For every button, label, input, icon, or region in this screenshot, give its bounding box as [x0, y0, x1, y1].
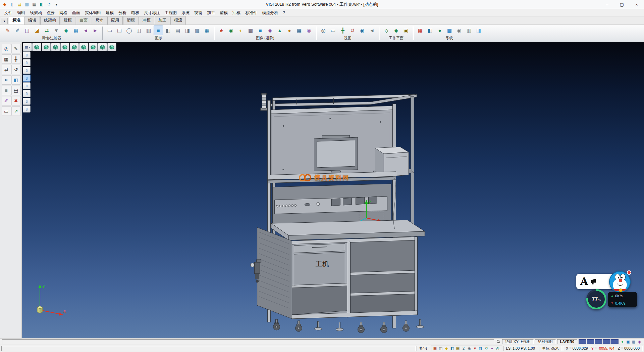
menu-item-6[interactable]: 实体编辑 — [83, 9, 103, 16]
view-left-icon[interactable] — [60, 43, 69, 51]
menu-item-2[interactable]: 线架构 — [28, 9, 44, 16]
tab-overflow-button[interactable]: ▾ — [1, 18, 8, 24]
attributes-swap-icon[interactable]: ⇄ — [42, 26, 51, 35]
zoom-in-icon[interactable]: ◎ — [319, 26, 328, 35]
edit-point-icon[interactable]: ✎ — [11, 44, 21, 53]
system-target-icon[interactable]: ◉ — [454, 26, 464, 35]
view-dynamic-icon[interactable] — [107, 43, 116, 51]
doraemon-avatar[interactable] — [609, 271, 631, 293]
menu-item-8[interactable]: 分析 — [116, 9, 129, 16]
network-speed-panel[interactable]: ▲ 0K/s ▼ 0.4K/s — [608, 292, 637, 307]
grid-snap-icon[interactable]: ▦ — [433, 346, 438, 351]
entity-snap-icon[interactable]: ◆ — [444, 346, 449, 351]
menu-item-19[interactable]: ? — [280, 10, 287, 16]
view-axon-icon[interactable] — [98, 43, 107, 51]
attributes-copy-icon[interactable]: ◫ — [22, 26, 32, 35]
filter-prev-icon[interactable]: ◄ — [81, 26, 90, 35]
materials-icon[interactable]: ◉ — [226, 26, 236, 35]
desktop-overlay-widget[interactable]: A 77 — [576, 271, 638, 313]
lights-icon[interactable]: ◐ — [236, 26, 246, 35]
viewport-3d[interactable]: ▦▾ ▯▯▯▯▯▯▯▯ — [22, 42, 644, 338]
qat-dropdown-icon[interactable]: ▾ — [53, 1, 60, 8]
menu-item-18[interactable]: 模流分析 — [260, 9, 280, 16]
silhouette-icon[interactable]: ◨ — [183, 26, 192, 35]
active-layer-indicator[interactable]: LAYER0 — [557, 339, 577, 344]
display-toggle-5[interactable]: ▯ — [23, 82, 31, 89]
move-icon[interactable]: ⇄ — [2, 65, 11, 74]
curve-icon[interactable]: ≈ — [2, 75, 11, 85]
menu-item-7[interactable]: 建模 — [103, 9, 116, 16]
export-icon[interactable]: ↗ — [11, 106, 21, 116]
units-indicator[interactable]: 单位: 毫米 — [539, 346, 562, 351]
menu-item-14[interactable]: 加工 — [205, 9, 217, 16]
menu-item-11[interactable]: 工程图 — [162, 9, 179, 16]
tab-4[interactable]: 曲面 — [76, 16, 91, 25]
render-quality-icon[interactable]: ★ — [217, 26, 226, 35]
menu-item-4[interactable]: 网格 — [57, 9, 70, 16]
layer-status-icon[interactable]: ▤ — [455, 346, 461, 351]
display-toggle-1[interactable]: ▯ — [23, 51, 31, 58]
view-back-icon[interactable] — [51, 43, 60, 51]
shaded-mode-icon[interactable]: ◯ — [124, 26, 134, 35]
display-toggle-8[interactable]: ▯ — [23, 105, 31, 113]
dynamic-shade-icon[interactable]: ■ — [154, 26, 163, 35]
mask-filter-icon[interactable]: ▦ — [71, 26, 80, 35]
axis-lock-icon[interactable]: ◨ — [478, 346, 483, 351]
cad-window-icon[interactable]: ◨ — [474, 26, 483, 35]
menu-item-3[interactable]: 点云 — [44, 9, 57, 16]
tab-7[interactable]: 塑膜 — [123, 16, 139, 25]
menu-item-15[interactable]: 塑模 — [217, 9, 230, 16]
measure-icon[interactable]: ╋ — [11, 54, 21, 64]
tab-3[interactable]: 建模 — [60, 16, 75, 25]
menu-item-10[interactable]: 尺寸标注 — [142, 9, 162, 16]
menu-item-5[interactable]: 曲面 — [70, 9, 83, 16]
app-logo-icon[interactable]: ◆ — [1, 1, 8, 8]
filter-next-icon[interactable]: ► — [91, 26, 100, 35]
wireframe-mode-icon[interactable]: ▭ — [105, 26, 114, 35]
rotate-icon[interactable]: ↺ — [11, 65, 21, 74]
fit-view-icon[interactable]: ◉ — [358, 26, 367, 35]
delete-icon[interactable]: ✖ — [11, 96, 21, 105]
zoom-window-icon[interactable]: ▭ — [328, 26, 338, 35]
previous-view-icon[interactable]: ◄ — [367, 26, 377, 35]
view-right-icon[interactable] — [70, 43, 79, 51]
open-file-icon[interactable]: ▤ — [16, 1, 23, 8]
transparency-icon[interactable]: ◧ — [163, 26, 173, 35]
display-toggle-7[interactable]: ▯ — [23, 98, 31, 105]
tab-6[interactable]: 应用 — [107, 16, 123, 25]
view-reference-indicator[interactable]: 绝对视图 — [535, 339, 556, 344]
table-config-icon[interactable]: ▥ — [464, 26, 474, 35]
magnet-filter-icon[interactable]: ◆ — [61, 26, 71, 35]
menu-item-12[interactable]: 系统 — [179, 9, 192, 16]
snapshot-icon[interactable]: ● — [285, 26, 294, 35]
close-button[interactable]: × — [629, 0, 644, 9]
ortho-icon[interactable]: ◫ — [438, 346, 443, 351]
view-top-icon[interactable] — [79, 43, 88, 51]
print-icon[interactable]: ▦ — [31, 1, 38, 8]
save-file-icon[interactable]: ▥ — [23, 1, 30, 8]
tab-1[interactable]: 编辑 — [24, 16, 40, 25]
view-presets-dropdown[interactable]: ▦▾ — [23, 43, 32, 51]
scale-indicator[interactable]: LS: 1.00 PS: 1.00 — [503, 346, 538, 351]
background-icon[interactable]: ▦ — [294, 26, 304, 35]
reflection-icon[interactable]: ▲ — [275, 26, 284, 35]
rendered-mode-icon[interactable]: ▥ — [144, 26, 153, 35]
pan-view-icon[interactable]: ╋ — [338, 26, 347, 35]
advanced-view-icon[interactable]: ◎ — [304, 26, 314, 35]
refresh-icon[interactable]: ↺ — [484, 346, 489, 351]
attributes-apply-icon[interactable]: ✐ — [13, 26, 22, 35]
viewport-status-icon[interactable]: ▣ — [626, 339, 631, 344]
filter-dropdown-icon[interactable]: ▼ — [52, 26, 61, 35]
search-view-icon[interactable] — [496, 339, 501, 344]
usage-gauge[interactable]: 77 % — [586, 289, 606, 309]
backfaces-icon[interactable]: ▩ — [193, 26, 202, 35]
undo-icon[interactable]: ↺ — [46, 1, 52, 8]
hidden-line-mode-icon[interactable]: ▢ — [115, 26, 124, 35]
tab-2[interactable]: 线架构 — [40, 16, 60, 25]
preview-icon[interactable]: ◧ — [38, 1, 45, 8]
shadows-icon[interactable]: ▩ — [246, 26, 255, 35]
sketch-icon[interactable]: ✐ — [2, 96, 11, 105]
edges-icon[interactable]: ▤ — [173, 26, 182, 35]
minimize-button[interactable]: – — [600, 0, 614, 9]
mode-2d-icon[interactable]: 2 — [461, 346, 466, 351]
